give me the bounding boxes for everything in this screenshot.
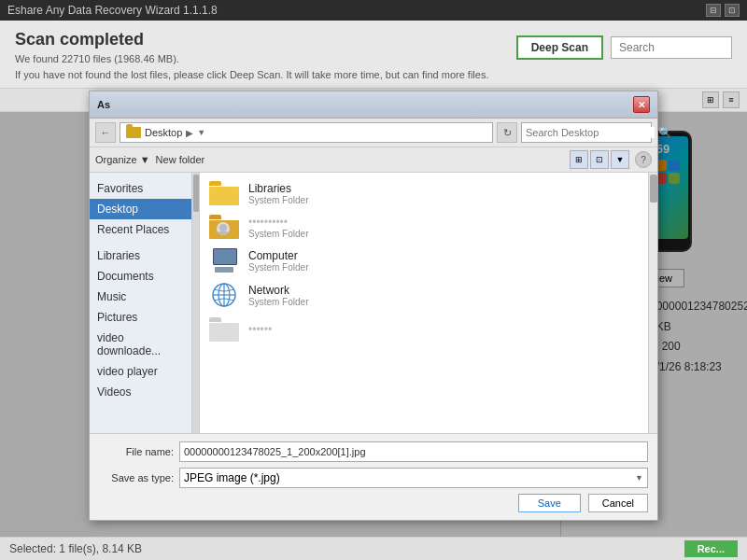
sidebar-item-video-downloaded[interactable]: video downloade...: [90, 328, 191, 361]
deep-scan-button[interactable]: Deep Scan: [516, 35, 603, 60]
file-item-user-folder[interactable]: •••••••••• System Folder: [200, 210, 648, 244]
filename-input[interactable]: [179, 441, 648, 462]
sidebar-item-videos[interactable]: Videos: [90, 382, 191, 402]
file-info-computer: Computer System Folder: [248, 249, 308, 273]
toolbar-view-btn-1[interactable]: ⊞: [570, 150, 588, 169]
file-name-network: Network: [248, 284, 308, 297]
cancel-button[interactable]: Cancel: [588, 494, 648, 512]
help-button[interactable]: ?: [635, 151, 652, 168]
toolbar-view-btn-2[interactable]: ⊡: [590, 150, 609, 169]
title-bar: Eshare Any Data Recovery Wizard 1.1.1.8 …: [0, 0, 747, 21]
nav-back-button[interactable]: ←: [95, 122, 116, 143]
folder-icon-user: [209, 215, 239, 239]
file-info-libraries: Libraries System Folder: [248, 182, 308, 205]
file-info-hidden: ••••••: [248, 323, 272, 336]
dialog-title: As: [97, 99, 110, 110]
dialog-body: Favorites Desktop Recent Places Librarie…: [90, 173, 657, 434]
scan-title: Scan completed: [15, 30, 488, 49]
dialog-nav: ← Desktop ▶ ▼ ↻ 🔍: [90, 119, 657, 147]
sidebar-item-recent-places[interactable]: Recent Places: [90, 219, 191, 240]
sidebar-desktop-label: Desktop: [97, 203, 138, 216]
file-item-network[interactable]: Network System Folder: [200, 277, 648, 313]
search-input[interactable]: [611, 36, 732, 59]
savetype-dropdown[interactable]: JPEG image (*.jpg) ▼: [179, 468, 648, 488]
file-type-user: System Folder: [248, 229, 308, 239]
filename-footer-label: File name:: [99, 446, 174, 457]
file-name-computer: Computer: [248, 249, 308, 262]
sidebar-libraries-label: Libraries: [97, 249, 140, 262]
nav-path-box: Desktop ▶ ▼: [120, 122, 493, 143]
file-info-network: Network System Folder: [248, 284, 308, 307]
app-window: Eshare Any Data Recovery Wizard 1.1.1.8 …: [0, 0, 747, 560]
sidebar-item-documents[interactable]: Documents: [90, 266, 191, 287]
sidebar-documents-label: Documents: [97, 270, 154, 283]
sidebar-video-player-label: video player: [97, 365, 158, 378]
file-name-user: ••••••••••: [248, 216, 308, 229]
save-dialog: As ✕ ← Desktop ▶ ▼ ↻ 🔍: [89, 91, 658, 521]
nav-search-icon: 🔍: [658, 126, 672, 139]
savetype-dropdown-arrow: ▼: [635, 473, 643, 483]
savetype-row: Save as type: JPEG image (*.jpg) ▼: [99, 468, 648, 488]
status-text: Selected: 1 file(s), 8.14 KB: [9, 542, 142, 555]
dialog-file-list: Libraries System Folder: [200, 173, 648, 433]
scan-line1: We found 22710 files (1968.46 MB).: [15, 51, 488, 67]
sidebar-item-pictures[interactable]: Pictures: [90, 307, 191, 328]
grid-view-button[interactable]: ⊞: [702, 91, 719, 108]
network-icon: [209, 282, 239, 308]
organize-button[interactable]: Organize ▼: [95, 154, 150, 165]
nav-path-arrow: ▶: [186, 128, 193, 138]
sidebar-item-music[interactable]: Music: [90, 287, 191, 307]
sidebar-item-video-player[interactable]: video player: [90, 361, 191, 382]
list-view-button[interactable]: ≡: [723, 91, 740, 108]
nav-search-box: 🔍: [521, 122, 652, 143]
file-item-hidden[interactable]: ••••••: [200, 313, 648, 346]
app-title: Eshare Any Data Recovery Wizard 1.1.1.8: [7, 4, 218, 17]
filename-row: File name:: [99, 441, 648, 462]
file-item-computer[interactable]: Computer System Folder: [200, 244, 648, 277]
dialog-footer: File name: Save as type: JPEG image (*.j…: [90, 434, 657, 520]
network-icon-svg: [209, 282, 239, 308]
file-name-hidden: ••••••: [248, 323, 272, 336]
recover-button[interactable]: Rec...: [684, 540, 738, 557]
toolbar-view-btn-3[interactable]: ▼: [611, 150, 629, 169]
header-right: Deep Scan: [516, 35, 732, 60]
sidebar-music-label: Music: [97, 290, 126, 303]
list-scrollbar[interactable]: [648, 173, 657, 433]
main-content: 18:59 Preview: [0, 112, 747, 537]
sidebar-scroll-thumb: [193, 175, 199, 212]
sidebar-item-desktop[interactable]: Desktop: [90, 199, 191, 219]
nav-search-input[interactable]: [526, 127, 655, 138]
computer-icon: [209, 248, 239, 273]
sidebar-scrollbar[interactable]: [192, 173, 200, 433]
nav-refresh-button[interactable]: ↻: [497, 122, 517, 143]
scan-line2: If you have not found the lost files, pl…: [15, 67, 488, 83]
sidebar-item-favorites[interactable]: Favorites: [90, 178, 191, 199]
sidebar-video-dl-label: video downloade...: [97, 331, 184, 357]
nav-path-dropdown[interactable]: ▼: [197, 128, 205, 137]
dialog-title-bar: As ✕: [90, 91, 657, 119]
file-type-network: System Folder: [248, 297, 308, 307]
file-item-libraries[interactable]: Libraries System Folder: [200, 176, 648, 210]
title-bar-controls: ⊟ ⊡: [706, 4, 740, 17]
folder-icon-hidden: [209, 317, 239, 342]
dialog-toolbar: Organize ▼ New folder ⊞ ⊡ ▼ ?: [90, 147, 657, 173]
sidebar-item-libraries[interactable]: Libraries: [90, 245, 191, 266]
footer-actions: Save Cancel: [99, 494, 648, 512]
file-info-user: •••••••••• System Folder: [248, 216, 308, 239]
list-scroll-thumb: [650, 175, 657, 203]
minimize-button[interactable]: ⊟: [706, 4, 721, 17]
toolbar-view-buttons: ⊞ ⊡ ▼: [570, 150, 629, 169]
dialog-sidebar: Favorites Desktop Recent Places Librarie…: [90, 173, 192, 433]
save-button[interactable]: Save: [518, 494, 581, 512]
maximize-button[interactable]: ⊡: [725, 4, 740, 17]
scan-info: Scan completed We found 22710 files (196…: [15, 30, 488, 82]
sidebar-favorites-label: Favorites: [97, 182, 143, 195]
sidebar-recent-label: Recent Places: [97, 223, 169, 236]
sidebar-videos-label: Videos: [97, 385, 131, 399]
status-bar: Selected: 1 file(s), 8.14 KB Rec...: [0, 537, 747, 560]
new-folder-button[interactable]: New folder: [156, 154, 205, 165]
file-type-libraries: System Folder: [248, 195, 308, 205]
sidebar-pictures-label: Pictures: [97, 311, 137, 324]
dialog-overlay: As ✕ ← Desktop ▶ ▼ ↻ 🔍: [0, 112, 747, 537]
dialog-close-button[interactable]: ✕: [633, 96, 650, 113]
